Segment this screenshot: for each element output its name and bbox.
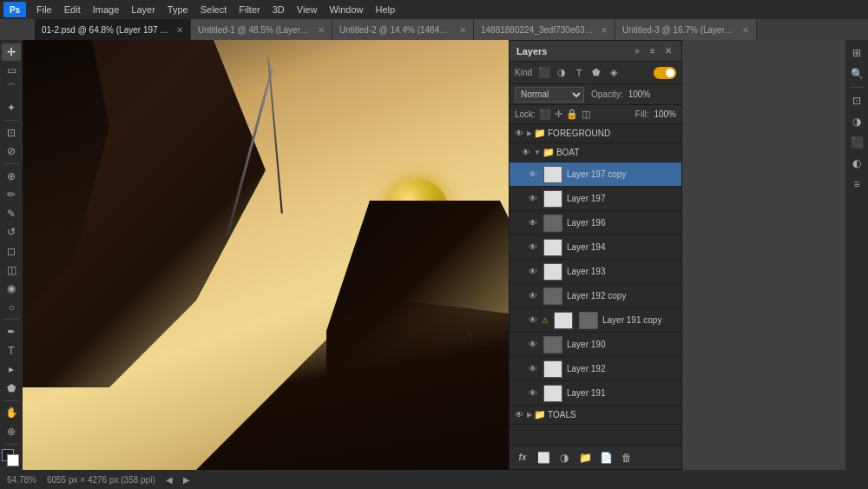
menu-filter[interactable]: Filter	[233, 3, 265, 17]
layer-190-row[interactable]: 👁 Layer 190	[510, 333, 681, 357]
history-brush-tool[interactable]: ↺	[2, 224, 21, 241]
healing-brush-tool[interactable]: ⊕	[2, 168, 21, 185]
layer-191-row[interactable]: 👁 Layer 191	[510, 381, 681, 406]
path-selection-tool[interactable]: ▸	[2, 360, 21, 378]
background-color[interactable]	[7, 454, 19, 466]
layer-192-copy-eye[interactable]: 👁	[527, 290, 539, 302]
boat-eye[interactable]: 👁	[520, 147, 532, 159]
add-mask-button[interactable]: ⬜	[536, 450, 551, 466]
type-tool[interactable]: T	[2, 342, 21, 360]
tab-4-close[interactable]: ✕	[742, 25, 749, 35]
blur-tool[interactable]: ◉	[2, 280, 21, 297]
layer-group-boat[interactable]: 👁 ▼ 📁 BOAT	[510, 143, 681, 162]
swatches-icon[interactable]: ⬛	[847, 133, 866, 152]
layer-192-copy-row[interactable]: 👁 Layer 192 copy	[510, 284, 681, 308]
tab-0[interactable]: 01-2.psd @ 64.8% (Layer 197 copy, RGB/8)…	[35, 19, 191, 40]
new-layer-button[interactable]: 📄	[598, 450, 614, 466]
toals-expand[interactable]: ▶	[527, 411, 532, 419]
gradient-tool[interactable]: ◫	[2, 261, 21, 279]
layer-197-eye[interactable]: 👁	[527, 193, 539, 205]
layer-192-row[interactable]: 👁 Layer 192	[510, 357, 681, 381]
filter-smart-icon[interactable]: ◈	[607, 66, 621, 80]
filter-adjustment-icon[interactable]: ◑	[555, 66, 569, 80]
menu-select[interactable]: Select	[195, 3, 233, 17]
tab-0-close[interactable]: ✕	[176, 25, 183, 35]
layer-191-copy-row[interactable]: 👁 ⚠ Layer 191 copy	[510, 308, 681, 333]
tab-3-close[interactable]: ✕	[601, 25, 608, 35]
menu-3d[interactable]: 3D	[267, 3, 290, 17]
lock-position-icon[interactable]: ✛	[555, 109, 562, 120]
mini-bridge-icon[interactable]: ⊡	[847, 91, 866, 110]
eraser-tool[interactable]: ◻	[2, 242, 21, 260]
search-icon[interactable]: 🔍	[847, 64, 866, 83]
menu-type[interactable]: Type	[162, 3, 194, 17]
workspace-icon[interactable]: ⊞	[847, 43, 866, 63]
status-arrow-right[interactable]: ▶	[183, 475, 190, 485]
tab-2-close[interactable]: ✕	[459, 25, 466, 35]
boat-expand[interactable]: ▼	[534, 149, 541, 156]
pen-tool[interactable]: ✒	[2, 323, 21, 340]
new-group-button[interactable]: 📁	[577, 450, 593, 466]
filter-type-icon[interactable]: T	[572, 66, 586, 80]
shape-tool[interactable]: ⬟	[2, 380, 21, 397]
layer-group-foreground[interactable]: 👁 ▶ 📁 FOREGROUND	[510, 124, 681, 143]
panel-close-icon[interactable]: ✕	[662, 45, 674, 57]
lasso-tool[interactable]: ⌒	[2, 81, 21, 98]
layer-192-eye[interactable]: 👁	[527, 363, 539, 375]
layer-196-row[interactable]: 👁 Layer 196	[510, 211, 681, 235]
status-arrow-left[interactable]: ◀	[166, 475, 173, 485]
fx-button[interactable]: fx	[515, 450, 530, 466]
filter-shape-icon[interactable]: ⬟	[589, 66, 603, 80]
layer-197-row[interactable]: 👁 Layer 197	[510, 187, 681, 211]
layer-193-eye[interactable]: 👁	[527, 266, 539, 278]
crop-tool[interactable]: ⊡	[2, 124, 21, 142]
panel-menu-icon[interactable]: ≡	[647, 45, 659, 57]
panel-expand-icon[interactable]: »	[631, 45, 643, 57]
filter-toggle[interactable]	[654, 67, 676, 79]
color-swatch[interactable]	[2, 449, 21, 466]
hand-tool[interactable]: ✋	[2, 404, 21, 421]
layer-196-eye[interactable]: 👁	[527, 217, 539, 229]
adjustments-icon[interactable]: ◐	[847, 154, 866, 173]
tab-1[interactable]: Untitled-1 @ 48.5% (Layer 8, RGB... ✕	[191, 19, 332, 40]
menu-image[interactable]: Image	[88, 3, 125, 17]
eyedropper-tool[interactable]: ⊘	[2, 143, 21, 161]
filter-pixel-icon[interactable]: ⬛	[537, 66, 551, 80]
menu-view[interactable]: View	[292, 3, 323, 17]
tab-3[interactable]: 14881880224_3edf730e63_o.jpg ✕	[474, 19, 615, 40]
foreground-expand[interactable]: ▶	[527, 129, 532, 137]
toals-eye[interactable]: 👁	[513, 409, 525, 421]
tab-2[interactable]: Untitled-2 @ 14.4% (1484944323...) ✕	[332, 19, 474, 40]
brush-tool[interactable]: ✏	[2, 187, 21, 204]
layer-194-eye[interactable]: 👁	[527, 241, 539, 254]
lock-pixels-icon[interactable]: ⬛	[539, 109, 551, 120]
layer-193-row[interactable]: 👁 Layer 193	[510, 260, 681, 284]
dodge-tool[interactable]: ○	[2, 299, 21, 316]
color-icon[interactable]: ◑	[847, 112, 866, 131]
layer-group-toals[interactable]: 👁 ▶ 📁 TOALS	[510, 406, 681, 425]
tab-1-close[interactable]: ✕	[318, 25, 325, 35]
menu-file[interactable]: File	[31, 3, 57, 17]
layer-191-copy-eye[interactable]: 👁	[527, 314, 539, 327]
layer-197-copy-row[interactable]: 👁 Layer 197 copy	[510, 162, 681, 187]
lock-all-icon[interactable]: 🔒	[566, 109, 578, 120]
menu-window[interactable]: Window	[324, 3, 368, 17]
layer-191-eye[interactable]: 👁	[527, 387, 539, 400]
menu-help[interactable]: Help	[371, 3, 401, 17]
menu-edit[interactable]: Edit	[59, 3, 86, 17]
layers-icon[interactable]: ≡	[847, 175, 866, 194]
marquee-tool[interactable]: ▭	[2, 63, 21, 80]
adjustment-button[interactable]: ◑	[556, 450, 572, 466]
blend-mode-select[interactable]: Normal	[515, 87, 584, 102]
delete-layer-button[interactable]: 🗑	[619, 450, 635, 466]
layer-197-copy-eye[interactable]: 👁	[527, 169, 539, 181]
clone-stamp-tool[interactable]: ✎	[2, 205, 21, 222]
move-tool[interactable]: ✛	[2, 43, 21, 61]
tab-4[interactable]: Untitled-3 @ 16.7% (Layer 261, R... ✕	[615, 19, 757, 40]
layer-190-eye[interactable]: 👁	[527, 339, 539, 351]
zoom-tool[interactable]: ⊕	[2, 423, 21, 440]
menu-layer[interactable]: Layer	[126, 3, 161, 17]
layer-194-row[interactable]: 👁 Layer 194	[510, 235, 681, 260]
foreground-eye[interactable]: 👁	[513, 128, 525, 140]
magic-wand-tool[interactable]: ✦	[2, 100, 21, 117]
